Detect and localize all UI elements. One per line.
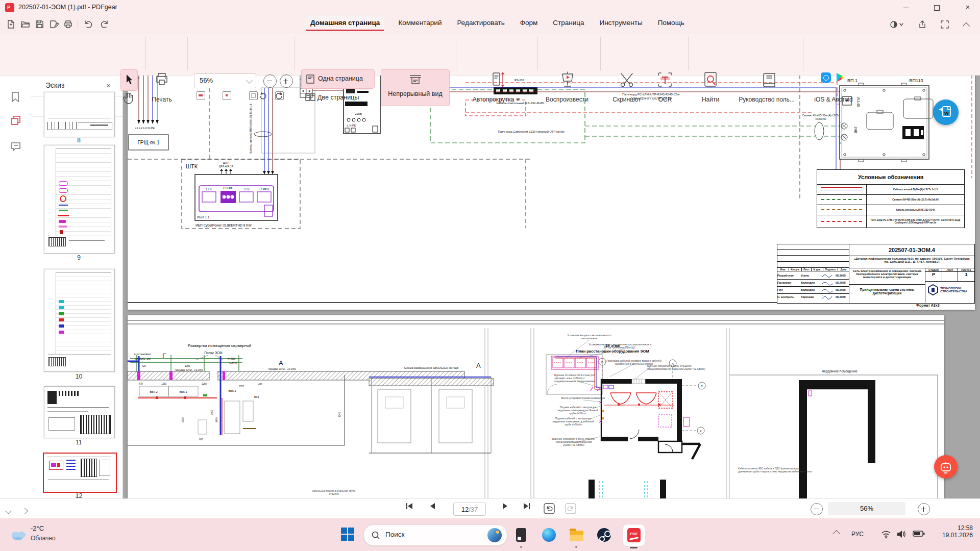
hand-tool-icon[interactable] xyxy=(122,92,135,105)
expand-sidebar-icon[interactable] xyxy=(22,506,27,515)
new-file-icon[interactable] xyxy=(6,19,16,29)
rotate-right-icon[interactable] xyxy=(275,91,284,100)
autoscroll-label[interactable]: Автопрокрутка xyxy=(462,96,531,103)
next-page-button[interactable] xyxy=(503,503,507,509)
previous-page-button[interactable] xyxy=(430,503,435,509)
start-button[interactable] xyxy=(341,528,355,542)
zoom-level-indicator[interactable]: 56% xyxy=(828,502,905,515)
svg-text:ей БИС-1М: ей БИС-1М xyxy=(135,357,151,360)
last-page-button[interactable] xyxy=(524,503,530,509)
thumbnail-page-12[interactable] xyxy=(44,454,114,490)
minimize-button[interactable] xyxy=(894,0,918,15)
taskbar-app-icon-1[interactable] xyxy=(513,527,529,542)
ocr-icon[interactable] xyxy=(656,71,674,88)
previous-view-icon[interactable] xyxy=(543,503,555,515)
undo-icon[interactable] xyxy=(84,19,94,29)
thumbnail-page-9[interactable] xyxy=(44,145,115,254)
one-page-button[interactable]: Одна страница xyxy=(301,69,375,89)
pdf-to-word-float-button[interactable]: W xyxy=(933,99,959,125)
actual-size-icon[interactable] xyxy=(197,91,205,100)
zoom-out-button[interactable] xyxy=(263,74,277,88)
volume-icon[interactable] xyxy=(896,530,906,539)
save-icon[interactable] xyxy=(35,19,44,29)
thumbnails-icon[interactable] xyxy=(11,115,21,126)
language-indicator[interactable]: РУС xyxy=(851,531,864,538)
ocr-label[interactable]: OCR xyxy=(656,96,674,103)
svg-text:W: W xyxy=(944,111,949,116)
taskbar-explorer-icon[interactable] xyxy=(569,527,584,542)
screenshot-icon[interactable] xyxy=(619,71,635,88)
ios-android-label[interactable]: iOS & Android xyxy=(808,96,859,103)
fit-width-icon[interactable] xyxy=(223,91,231,100)
screenshot-label[interactable]: Скриншот xyxy=(609,96,645,103)
tab-comment[interactable]: Комментарий xyxy=(397,15,443,30)
play-presentation-icon[interactable] xyxy=(559,71,576,88)
tab-help[interactable]: Помощь xyxy=(657,15,685,30)
tray-expand-icon[interactable] xyxy=(832,530,840,538)
collapse-ribbon-icon[interactable] xyxy=(963,22,970,30)
user-guide-label[interactable]: Руководство поль... xyxy=(731,96,802,103)
zoom-in-status-button[interactable] xyxy=(918,503,930,515)
redo-icon[interactable] xyxy=(99,19,109,29)
print-icon[interactable] xyxy=(153,71,170,88)
document-view[interactable]: 160А 3Р L1 L2 L3 N PE ГРЩ яч.1 ШТК xyxy=(122,75,980,498)
plan-annotation: Установка вводного автоматического выклю… xyxy=(588,343,652,349)
svg-text:−: − xyxy=(839,120,841,124)
taskbar-edge-icon[interactable] xyxy=(541,527,556,542)
page-number-input[interactable]: 12/37 xyxy=(453,503,486,516)
taskbar-steam-icon[interactable] xyxy=(596,527,611,542)
print-quick-icon[interactable] xyxy=(63,19,73,29)
active-app-indicator xyxy=(630,547,638,548)
assistant-float-button[interactable] xyxy=(934,455,958,479)
wifi-icon[interactable] xyxy=(881,530,891,539)
bookmarks-icon[interactable] xyxy=(11,91,20,103)
find-label[interactable]: Найти xyxy=(698,96,723,103)
tab-page[interactable]: Страница xyxy=(552,15,585,30)
thumbnail-page-8[interactable] xyxy=(44,92,115,137)
theme-toggle-icon[interactable] xyxy=(889,20,903,29)
panel-close-icon[interactable]: × xyxy=(106,81,111,90)
fit-page-icon[interactable] xyxy=(249,91,258,100)
two-pages-icon xyxy=(305,93,315,102)
taskbar-search[interactable]: Поиск xyxy=(363,524,507,546)
find-icon[interactable] xyxy=(702,71,719,88)
open-file-icon[interactable] xyxy=(20,19,30,29)
next-view-icon[interactable] xyxy=(565,503,577,515)
thumbnail-page-10[interactable] xyxy=(44,269,115,372)
select-tool-button[interactable] xyxy=(120,69,138,91)
tab-edit[interactable]: Редактировать xyxy=(456,15,505,30)
zoom-out-status-button[interactable] xyxy=(811,503,823,515)
save-as-icon[interactable] xyxy=(49,19,59,29)
taskbar-pdfgear-icon-active[interactable]: PDF xyxy=(623,524,645,546)
weather-widget[interactable] xyxy=(10,525,28,545)
rotate-left-icon[interactable] xyxy=(258,91,267,100)
tab-tools[interactable]: Инструменты xyxy=(598,15,643,30)
weather-icon xyxy=(10,525,28,543)
google-play-icon[interactable] xyxy=(835,72,845,83)
plan-annotation: Подъем кабелей с заходом на чердачное по… xyxy=(555,406,600,415)
clock-widget[interactable]: 12:58 19.01.2026 xyxy=(942,524,973,539)
print-label[interactable]: Печать xyxy=(145,96,178,103)
close-button[interactable]: × xyxy=(955,0,980,15)
comments-icon[interactable] xyxy=(11,141,21,152)
thumbnail-page-11[interactable] xyxy=(44,386,115,438)
search-placeholder: Поиск xyxy=(385,531,404,538)
first-page-button[interactable] xyxy=(406,503,412,509)
fullscreen-icon[interactable] xyxy=(940,20,949,29)
app-store-icon[interactable] xyxy=(821,72,831,83)
tab-home[interactable]: Домашняя страница xyxy=(306,15,384,31)
maximize-button[interactable] xyxy=(925,0,948,15)
two-pages-button[interactable]: Две страницы xyxy=(301,90,374,105)
user-guide-icon[interactable] xyxy=(761,71,778,88)
share-icon[interactable] xyxy=(918,20,927,29)
collapse-bar-icon[interactable] xyxy=(6,506,11,515)
battery-icon[interactable] xyxy=(913,530,925,537)
zoom-in-button[interactable] xyxy=(280,74,293,88)
svg-text:Чердак Отм. +3,340: Чердак Отм. +3,340 xyxy=(175,368,203,371)
play-label[interactable]: Воспроизвести xyxy=(541,96,593,103)
autoscroll-icon[interactable] xyxy=(490,71,506,88)
continuous-view-button[interactable]: Непрерывный вид xyxy=(381,69,450,106)
svg-text:1260: 1260 xyxy=(161,383,167,385)
zoom-select[interactable]: 56% xyxy=(194,73,256,88)
tab-forms[interactable]: Форм xyxy=(519,15,539,30)
